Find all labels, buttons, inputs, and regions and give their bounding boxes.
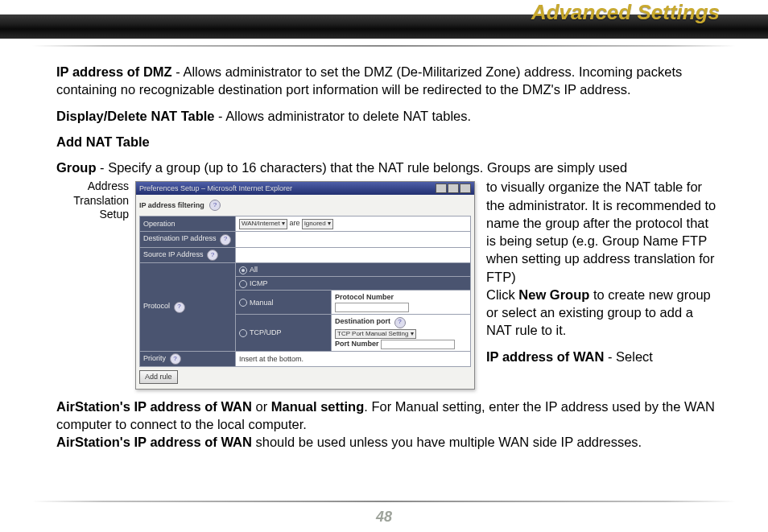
label-new-group: New Group <box>518 287 589 302</box>
row-priority-label: Priority ? <box>140 351 236 366</box>
operation-select-1: WAN/Internet ▾ <box>239 219 287 229</box>
figure-caption: Address Translation Setup <box>56 178 129 222</box>
label-nat-delete: Display/Delete NAT Table <box>56 109 215 123</box>
proto-opt-tcpudp: TCP/UDP <box>236 315 332 352</box>
help-icon: ? <box>174 302 185 313</box>
maximize-icon <box>448 184 459 193</box>
divider-top <box>32 45 736 47</box>
para-add-nat: Add NAT Table <box>56 133 720 151</box>
divider-bottom <box>32 501 736 502</box>
group-wrap-click: Click <box>486 287 518 302</box>
embedded-screenshot: Preferences Setup – Microsoft Internet E… <box>135 181 475 389</box>
text-group-lead: - Specify a group (up to 16 characters) … <box>97 160 628 175</box>
close-icon <box>460 184 471 193</box>
window-buttons <box>436 184 471 193</box>
main-content: IP address of DMZ - Allows administrator… <box>56 63 720 459</box>
help-icon: ? <box>207 250 218 261</box>
port-number-input <box>381 340 455 349</box>
add-rule-button: Add rule <box>139 370 178 383</box>
help-icon: ? <box>220 234 231 245</box>
row-src-value <box>236 247 471 262</box>
protocol-number-input <box>335 303 409 312</box>
caption-line-3: Setup <box>99 208 129 221</box>
label-dmz: IP address of DMZ <box>56 64 172 79</box>
proto-opt-manual: Manual <box>236 291 332 315</box>
label-wan-2a: AirStation's IP address of WAN <box>56 435 252 449</box>
caption-line-1: Address <box>88 179 129 192</box>
row-dst-value <box>236 232 471 247</box>
proto-opt-icmp: ICMP <box>236 277 471 291</box>
caption-line-2: Translation <box>73 194 129 207</box>
label-ip-wan: IP address of WAN <box>486 349 604 364</box>
page-number: 48 <box>0 509 768 526</box>
proto-tcpudp-detail: Destination port ? TCP Port Manual Setti… <box>332 315 471 352</box>
ip-filter-line: IP address filtering ? <box>139 200 471 211</box>
protocol-number-label: Protocol Number <box>335 293 394 301</box>
row-src-label: Source IP Address ? <box>140 247 236 262</box>
label-add-nat: Add NAT Table <box>56 134 150 149</box>
text-wan-2b: should be used unless you have multiple … <box>252 435 642 449</box>
text-ip-wan-tail: - Select <box>604 349 653 364</box>
operation-select-2: ignored ▾ <box>302 219 333 229</box>
page-header-title: Advanced Settings <box>531 0 720 25</box>
port-number-label: Port Number <box>335 340 379 348</box>
figure-row: Address Translation Setup Preferences Se… <box>56 178 720 394</box>
minimize-icon <box>436 184 447 193</box>
ip-filter-label: IP address filtering <box>139 200 204 210</box>
para-dmz: IP address of DMZ - Allows administrator… <box>56 63 720 99</box>
label-group: Group <box>56 160 97 175</box>
radio-icon <box>239 266 247 274</box>
group-wrap-text: to visually organize the NAT table for t… <box>486 178 720 365</box>
para-nat-delete: Display/Delete NAT Table - Allows admini… <box>56 107 720 125</box>
text-nat-delete: - Allows administrator to delete NAT tab… <box>215 109 472 123</box>
para-group-lead: Group - Specify a group (up to 16 charac… <box>56 159 720 176</box>
row-operation-label: Operation <box>140 217 236 232</box>
help-icon: ? <box>170 353 181 365</box>
text-wan-1b: or <box>252 399 271 414</box>
screenshot-form-table: Operation WAN/Internet ▾ are ignored ▾ D… <box>139 216 471 367</box>
screenshot-window-title: Preferences Setup – Microsoft Internet E… <box>139 184 292 193</box>
proto-opt-all: All <box>236 263 471 277</box>
dst-port-select: TCP Port Manual Setting ▾ <box>335 329 416 340</box>
para-wan-1: AirStation's IP address of WAN or Manual… <box>56 398 720 452</box>
row-protocol-label: Protocol ? <box>140 263 236 352</box>
screenshot-body: IP address filtering ? Operation WAN/Int… <box>136 195 474 388</box>
row-dst-label: Destination IP address ? <box>140 232 236 247</box>
dst-port-label: Destination port <box>335 317 390 325</box>
label-wan-1a: AirStation's IP address of WAN <box>56 399 252 414</box>
proto-manual-detail: Protocol Number <box>332 291 471 315</box>
radio-icon <box>239 280 247 288</box>
row-operation-value: WAN/Internet ▾ are ignored ▾ <box>236 217 471 232</box>
screenshot-titlebar: Preferences Setup – Microsoft Internet E… <box>136 182 474 195</box>
help-icon: ? <box>209 200 221 211</box>
radio-icon <box>239 329 247 337</box>
group-wrap-1: to visually organize the NAT table for t… <box>486 179 716 283</box>
help-icon: ? <box>394 317 406 328</box>
radio-icon <box>239 299 247 307</box>
label-wan-1c: Manual setting <box>271 399 365 414</box>
row-priority-value: Insert at the bottom. <box>236 351 471 366</box>
operation-text: are <box>289 219 299 227</box>
